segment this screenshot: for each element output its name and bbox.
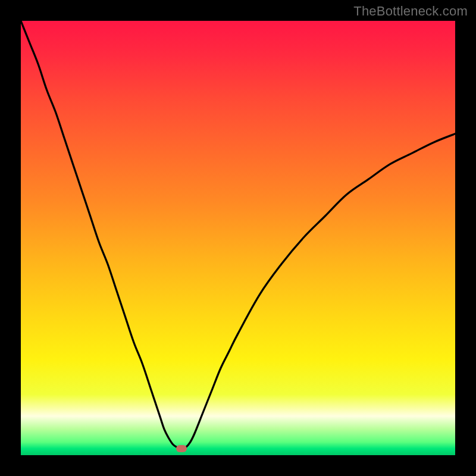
- plot-area: [21, 21, 455, 455]
- watermark-text: TheBottleneck.com: [353, 4, 468, 19]
- chart-frame: TheBottleneck.com: [0, 0, 476, 476]
- optimum-marker: [176, 445, 187, 452]
- bottleneck-curve: [21, 21, 455, 455]
